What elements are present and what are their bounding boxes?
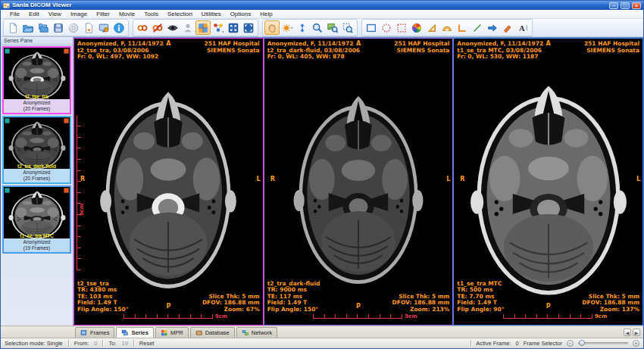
burn-cd-button[interactable]: [66, 20, 81, 35]
frame-window-line: Fr: 0, WL: 497, WW: 1092: [77, 54, 164, 61]
ruler-triangle-icon: [426, 22, 438, 34]
tab-prev-icon[interactable]: ◀: [624, 329, 631, 336]
series-patient: Anonymized: [4, 100, 70, 106]
series-state-badge-icon[interactable]: [5, 48, 10, 54]
line-draw-button[interactable]: [470, 20, 485, 35]
title-bar[interactable]: Santa DICOM Viewer − □ ×: [1, 1, 643, 10]
zoom-region-button[interactable]: [340, 20, 355, 35]
frame-minus-button[interactable]: −: [567, 340, 574, 347]
monitor-settings-button[interactable]: [96, 20, 111, 35]
series-name-label: t2_tra_dark-fluid: [4, 164, 70, 169]
menu-movie[interactable]: Movie: [114, 10, 139, 18]
menu-image[interactable]: Image: [66, 10, 92, 18]
patient-info-overlay: Anonymized, F, 11/14/1972 t2_tra_dark-fl…: [267, 41, 360, 61]
tab-database[interactable]: Database: [190, 327, 235, 338]
arrow-annotate-button[interactable]: [485, 20, 500, 35]
patient-info-user-button[interactable]: [180, 20, 195, 35]
ruler-triangle-button[interactable]: [424, 20, 439, 35]
zoom-magnifier-button[interactable]: [310, 20, 325, 35]
menu-view[interactable]: View: [44, 10, 66, 18]
series-frame-count: (20 Frames): [4, 106, 70, 112]
show-overlays-eye-button[interactable]: [165, 20, 180, 35]
open-file-button[interactable]: [5, 20, 20, 35]
thumbnail-image[interactable]: t2_tse_tra: [4, 48, 70, 99]
open-multiple-button[interactable]: [36, 20, 51, 35]
series-state-badge-icon[interactable]: [5, 118, 10, 123]
series-thumbnail-3[interactable]: t1_se_tra MTC Anonymized (19 Frames): [2, 185, 71, 254]
tab-next-icon[interactable]: ▶: [633, 329, 640, 336]
about-info-button[interactable]: [111, 20, 127, 35]
series-close-badge-icon[interactable]: [64, 118, 69, 123]
to-value[interactable]: 19: [122, 340, 128, 347]
protractor-button[interactable]: [439, 20, 455, 35]
image-panel-t2-tse-tra[interactable]: Anonymized, F, 11/14/1972 t2_tse_tra, 03…: [73, 38, 264, 326]
series-thumbnail-1[interactable]: t2_tse_tra Anonymized (20 Frames): [2, 46, 71, 114]
window-level-sun-button[interactable]: [280, 20, 295, 35]
link-series-icon: [136, 22, 148, 34]
menu-utilities[interactable]: Utilities: [197, 10, 226, 18]
menu-help[interactable]: Help: [255, 10, 277, 18]
rect-roi-button[interactable]: [394, 20, 409, 35]
status-bar: Selection mode: Single From: 0 To: 19 Re…: [1, 338, 643, 348]
menu-filter[interactable]: Filter: [92, 10, 114, 18]
to-label: To:: [108, 340, 116, 347]
flip-angle: Flip Angle: 90°: [457, 307, 504, 313]
toolbar-group: A: [361, 19, 533, 36]
menu-tools[interactable]: Tools: [139, 10, 163, 18]
from-label: From:: [74, 340, 89, 347]
thumbnail-image[interactable]: t1_se_tra MTC: [4, 187, 70, 238]
frames-tab-icon: [80, 329, 88, 337]
series-state-badge-icon[interactable]: [5, 188, 10, 193]
ellipse-roi-button[interactable]: [379, 20, 394, 35]
frame-slider[interactable]: [578, 342, 628, 344]
scanner-model: SIEMENS Sonata: [205, 48, 260, 55]
thumbnail-image[interactable]: t2_tra_dark-fluid: [4, 117, 70, 169]
series-close-badge-icon[interactable]: [64, 48, 69, 54]
full-screen-button[interactable]: [241, 20, 256, 35]
save-series-button[interactable]: [51, 20, 66, 35]
menu-selection[interactable]: Selection: [163, 10, 197, 18]
svg-text:A: A: [519, 24, 525, 33]
unlink-series-button[interactable]: [150, 20, 165, 35]
tab-label: MPR: [170, 329, 183, 336]
fit-to-window-button[interactable]: [226, 20, 241, 35]
frame-plus-button[interactable]: +: [633, 340, 639, 347]
menu-file[interactable]: File: [5, 10, 24, 18]
scroll-frames-button[interactable]: [295, 20, 310, 35]
tab-label: Network: [252, 329, 273, 336]
sequence-params-overlay: t2_tra_dark-fluid TR: 9000 ms TE: 117 ms…: [267, 281, 320, 313]
rect-select-button[interactable]: [364, 20, 379, 35]
hospital-overlay: 251 HAF Hospital SIEMENS Sonata: [584, 41, 639, 54]
export-image-button[interactable]: [81, 20, 96, 35]
text-annotate-button[interactable]: A: [515, 20, 530, 35]
menu-edit[interactable]: Edit: [24, 10, 44, 18]
maximize-button[interactable]: □: [621, 2, 630, 9]
series-thumbnail-2[interactable]: t2_tra_dark-fluid Anonymized (20 Frames): [2, 116, 71, 184]
frame-slider-handle[interactable]: [579, 340, 585, 346]
series-name-label: t1_se_tra MTC: [4, 233, 70, 238]
series-name-label: t2_tse_tra: [4, 94, 70, 99]
image-panel-t2-tra-dark-fluid[interactable]: Anonymized, F, 11/14/1972 t2_tra_dark-fl…: [264, 38, 454, 326]
close-button[interactable]: ×: [632, 2, 641, 9]
layout-grid-button[interactable]: [195, 20, 211, 35]
color-palette-button[interactable]: [409, 20, 424, 35]
image-panel-t1-se-tra-mtc[interactable]: Anonymized, F, 11/14/1972 t1_se_tra MTC,…: [453, 38, 643, 326]
tab-series[interactable]: Series: [116, 327, 154, 338]
link-series-button[interactable]: [135, 20, 150, 35]
tab-frames[interactable]: Frames: [75, 327, 114, 338]
sync-series-button[interactable]: [211, 20, 226, 35]
scroll-frames-icon: [296, 22, 308, 34]
angle-measure-button[interactable]: [455, 20, 470, 35]
pan-hand-button[interactable]: [264, 20, 280, 35]
menu-options[interactable]: Options: [226, 10, 256, 18]
reset-button[interactable]: Reset: [139, 340, 155, 347]
minimize-button[interactable]: −: [609, 2, 618, 9]
tab-mpr[interactable]: MPR: [155, 327, 189, 338]
tab-network[interactable]: Network: [236, 327, 278, 338]
series-close-badge-icon[interactable]: [64, 188, 69, 193]
zoom-image-button[interactable]: [325, 20, 340, 35]
open-folder-button[interactable]: [20, 20, 36, 35]
highlight-marker-button[interactable]: [500, 20, 515, 35]
from-value[interactable]: 0: [94, 340, 97, 347]
toolbar-group: [133, 19, 258, 36]
